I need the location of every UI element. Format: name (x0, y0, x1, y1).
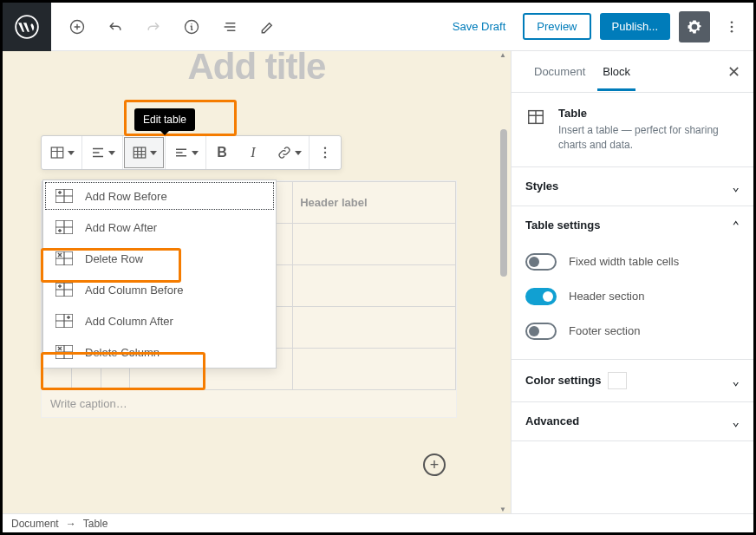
breadcrumb-current[interactable]: Table (83, 518, 108, 530)
text-align-icon (173, 145, 189, 160)
align-button[interactable] (82, 136, 122, 169)
tab-document[interactable]: Document (525, 53, 594, 90)
dropdown-item-label: Delete Column (85, 346, 160, 359)
dropdown-item-label: Add Row Before (85, 190, 167, 203)
panel-color-settings[interactable]: Color settings ⌄ (512, 360, 753, 401)
undo-button[interactable] (100, 11, 131, 42)
table-edit-icon (132, 145, 147, 160)
add-column-before-icon (55, 283, 73, 297)
dropdown-item-delete-row[interactable]: Delete Row (43, 243, 276, 274)
panel-styles[interactable]: Styles ⌄ (512, 167, 753, 206)
edit-table-dropdown: Add Row Before Add Row After Delete Row … (42, 179, 277, 369)
wordpress-logo[interactable] (3, 3, 51, 51)
dropdown-item-add-column-after[interactable]: Add Column After (43, 305, 276, 336)
block-info: Table Insert a table — perfect for shari… (512, 93, 753, 167)
block-type-button[interactable] (42, 136, 81, 169)
add-column-after-icon (55, 314, 73, 328)
block-title: Table (558, 107, 740, 120)
info-button[interactable] (176, 11, 207, 42)
dropdown-item-add-row-after[interactable]: Add Row After (43, 212, 276, 243)
post-title-placeholder[interactable]: Add title (29, 51, 485, 88)
bold-button[interactable]: B (206, 136, 238, 169)
link-button[interactable] (269, 136, 309, 169)
edit-button[interactable] (252, 11, 284, 42)
color-swatch (608, 372, 627, 389)
svg-point-9 (324, 152, 326, 153)
close-sidebar-button[interactable]: ✕ (720, 62, 746, 82)
publish-button[interactable]: Publish... (600, 13, 670, 40)
scroll-down-arrow[interactable]: ▼ (499, 506, 507, 513)
italic-button[interactable]: I (238, 136, 269, 169)
plus-icon: + (430, 456, 440, 474)
preview-button[interactable]: Preview (523, 13, 590, 40)
dropdown-item-label: Add Row After (85, 221, 157, 234)
more-block-options-button[interactable] (310, 136, 341, 169)
editor-canvas: Add title Edit table (3, 51, 511, 513)
italic-icon: I (251, 145, 255, 160)
chevron-down-icon: ⌄ (733, 179, 740, 193)
list-icon (221, 18, 238, 36)
chevron-down-icon (192, 151, 199, 155)
panel-advanced[interactable]: Advanced ⌄ (512, 402, 753, 440)
toggle-header-section[interactable] (525, 288, 557, 305)
chevron-down-icon: ⌄ (733, 374, 740, 388)
more-options-button[interactable] (719, 11, 745, 42)
delete-column-icon (55, 345, 73, 359)
sidebar-tabs: Document Block ✕ (512, 51, 753, 93)
chevron-down-icon (108, 151, 115, 155)
table-header-cell[interactable]: Header label (293, 182, 456, 224)
dots-vertical-icon (317, 145, 333, 160)
toggle-label: Header section (569, 290, 644, 303)
scrollbar[interactable]: ▲ ▼ (499, 51, 509, 513)
svg-point-4 (731, 25, 733, 28)
breadcrumb: Document → Table (3, 513, 753, 532)
save-draft-button[interactable]: Save Draft (444, 15, 514, 38)
outline-button[interactable] (214, 11, 245, 42)
settings-sidebar: Document Block ✕ Table Insert a table — … (511, 51, 753, 513)
add-row-before-icon (55, 189, 73, 203)
dropdown-item-label: Add Column After (85, 315, 173, 328)
svg-point-8 (324, 147, 326, 149)
scroll-up-arrow[interactable]: ▲ (499, 51, 507, 59)
toggle-fixed-width[interactable] (525, 253, 557, 271)
dropdown-item-delete-column[interactable]: Delete Column (43, 336, 276, 368)
dropdown-item-add-column-before[interactable]: Add Column Before (43, 274, 276, 305)
panel-table-settings[interactable]: Table settings ⌃ (512, 206, 753, 245)
dropdown-item-label: Delete Row (85, 252, 143, 265)
panel-label: Color settings (525, 374, 601, 387)
tab-block[interactable]: Block (594, 53, 639, 90)
table-icon (525, 107, 546, 127)
chevron-down-icon (150, 151, 157, 155)
panel-label: Table settings (525, 219, 600, 232)
dropdown-item-add-row-before[interactable]: Add Row Before (43, 180, 276, 212)
link-icon (277, 145, 292, 160)
wordpress-icon (15, 15, 39, 39)
bold-icon: B (217, 145, 227, 160)
text-align-button[interactable] (166, 136, 205, 169)
svg-point-10 (324, 156, 326, 158)
undo-icon (107, 18, 124, 36)
add-row-after-icon (55, 220, 73, 234)
chevron-up-icon: ⌃ (733, 219, 740, 232)
plus-circle-icon (68, 18, 86, 36)
settings-gear-button[interactable] (679, 11, 710, 42)
toggle-label: Footer section (569, 324, 640, 337)
svg-point-3 (731, 21, 733, 23)
breadcrumb-root[interactable]: Document (11, 518, 59, 530)
dots-vertical-icon (724, 19, 740, 35)
insert-block-button[interactable]: + (423, 453, 446, 476)
edit-table-button[interactable] (124, 137, 164, 168)
svg-rect-7 (134, 147, 146, 158)
table-icon (49, 145, 65, 160)
delete-row-icon (55, 251, 73, 265)
table-caption[interactable]: Write caption… (42, 390, 456, 417)
editor-top-bar: Save Draft Preview Publish... (3, 3, 753, 51)
scroll-thumb[interactable] (500, 129, 507, 277)
chevron-down-icon (68, 151, 75, 155)
toggle-footer-section[interactable] (525, 323, 557, 340)
align-icon (90, 145, 106, 160)
redo-button[interactable] (138, 11, 169, 42)
pencil-icon (259, 18, 277, 36)
add-block-button[interactable] (62, 11, 93, 42)
chevron-down-icon (295, 151, 302, 155)
